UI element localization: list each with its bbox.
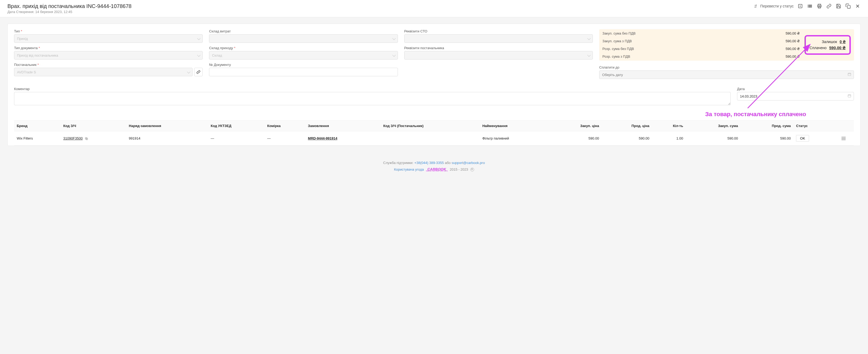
expense-wh-select [209, 34, 398, 43]
link-icon[interactable] [826, 3, 832, 9]
calendar-icon [847, 94, 851, 98]
cell-uktzed: — [208, 131, 265, 146]
balance-label: Залишок [822, 39, 837, 44]
income-wh-label: Склад приходу [209, 46, 398, 50]
calc-no-vat-label: Розр. сума без ПДВ [602, 47, 781, 51]
order-link[interactable]: MRD-9444-991914 [308, 136, 337, 140]
status-button[interactable]: OK [796, 135, 809, 142]
sto-req-label: Реквізити СТО [404, 29, 593, 33]
summary-column: Закуп. сума без ПДВ 590,00 ₴ Закуп. сума… [599, 29, 854, 82]
items-table: Бренд Код З/Ч Наряд-замовлення Код УКТЗЕ… [14, 120, 854, 146]
doc-no-input[interactable] [209, 68, 398, 76]
col-sell-price: Прод. ціна [601, 121, 652, 131]
col-sell-sum: Прод. сума [741, 121, 794, 131]
col-uktzed: Код УКТЗЕД [208, 121, 265, 131]
col-name: Найменування [480, 121, 549, 131]
cell-brand: Wix Filters [14, 131, 61, 146]
cell-order: 991914 [126, 131, 208, 146]
close-icon[interactable] [855, 3, 861, 9]
calc-vat-value: 590,00 ₴ [786, 55, 800, 58]
supplier-label: Постачальник [14, 63, 203, 67]
doc-no-label: № Документу [209, 63, 398, 67]
part-code-link[interactable]: 31090F3500 [63, 136, 83, 140]
supp-req-select [404, 51, 593, 60]
header-title-block: Врах. прихід від постачальника INC-9444-… [7, 3, 131, 14]
svg-rect-4 [847, 6, 850, 8]
col-qty: Кіл-ть [652, 121, 686, 131]
header-actions: Перевести у статус [753, 3, 861, 9]
main-card: Тип Тип документа Постачальник Склад вит… [7, 24, 861, 146]
barcode-icon[interactable] [807, 3, 813, 9]
income-wh-select [209, 51, 398, 60]
page-footer: Служба підтримки: +38(044) 389-3355 або … [0, 152, 868, 183]
buy-vat-label: Закуп. сума з ПДВ [602, 39, 781, 43]
cell-order2: MRD-9444-991914 [305, 131, 381, 146]
buy-vat-value: 590,00 ₴ [786, 39, 800, 43]
import-icon[interactable] [797, 3, 803, 9]
buy-no-vat-value: 590,00 ₴ [786, 31, 800, 35]
col-buy-sum: Закуп. сума [686, 121, 741, 131]
type-label: Тип [14, 29, 203, 33]
doc-type-label: Тип документа [14, 46, 203, 50]
footer-logo: CARBOOK cause we love the cars [426, 168, 447, 172]
change-status-button[interactable]: Перевести у статус [753, 4, 794, 8]
cell-supp-code [381, 131, 480, 146]
page-header: Врах. прихід від постачальника INC-9444-… [0, 0, 868, 17]
comment-field: Коментар [14, 87, 731, 106]
form-grid: Тип Тип документа Постачальник Склад вит… [14, 29, 854, 82]
support-phone[interactable]: +38(044) 389-3355 [414, 161, 444, 165]
calc-vat-label: Розр. сума з ПДВ [602, 55, 781, 58]
col-order: Наряд-замовлення [126, 121, 208, 131]
col-buy-price: Закуп. ціна [549, 121, 601, 131]
form-col-2: Склад витрат Склад приходу № Документу [209, 29, 398, 82]
cell-buy-sum: 590.00 [686, 131, 741, 146]
copy-icon[interactable] [845, 3, 851, 9]
copy-code-icon[interactable] [85, 137, 88, 140]
cell-sell-price: 590.00 [601, 131, 652, 146]
row-menu-icon[interactable] [836, 137, 851, 140]
date-input[interactable] [737, 92, 854, 100]
print-icon[interactable] [816, 3, 822, 9]
calendar-icon [847, 72, 851, 77]
cell-cell: — [265, 131, 305, 146]
change-status-label: Перевести у статус [760, 4, 794, 8]
col-cell: Комірка [265, 121, 305, 131]
pay-until-label: Сплатити до [599, 65, 854, 69]
items-table-area: Бренд Код З/Ч Наряд-замовлення Код УКТЗЕ… [14, 120, 854, 146]
supplier-link-button[interactable] [194, 68, 203, 76]
cell-code: 31090F3500 [61, 131, 126, 146]
footer-or: або [445, 161, 452, 165]
created-date: Дата Створення: 14 березня 2023, 12:45 [7, 10, 131, 14]
support-email[interactable]: support@carbook.pro [452, 161, 485, 165]
logo-subtitle: cause we love the cars [426, 170, 447, 172]
paid-value: 590,00 ₴ [829, 46, 846, 50]
pay-until-input [599, 70, 854, 79]
col-order2: Замовлення [305, 121, 381, 131]
save-icon[interactable] [836, 3, 841, 9]
user-agreement-link[interactable]: Користувача угода [394, 166, 424, 173]
form-col-3: Реквізити СТО Реквізити постачальника [404, 29, 593, 82]
support-label: Служба підтримки: [383, 161, 414, 165]
comment-textarea[interactable] [14, 92, 731, 105]
date-field: Дата [737, 87, 854, 106]
annotation-text: За товар, постачальнику сплачено [14, 111, 806, 118]
table-header-row: Бренд Код З/Ч Наряд-замовлення Код УКТЗЕ… [14, 121, 854, 131]
bottom-row: Коментар Дата [14, 87, 854, 109]
table-row: Wix Filters 31090F3500 991914 — — MRD-94… [14, 131, 854, 146]
footer-years: 2015 - 2023 [450, 166, 468, 173]
cell-sell-sum: 590.00 [741, 131, 794, 146]
svg-rect-6 [848, 95, 851, 97]
supp-req-label: Реквізити постачальника [404, 46, 593, 50]
form-col-1: Тип Тип документа Постачальник [14, 29, 203, 82]
svg-rect-5 [848, 73, 851, 76]
paid-label: Сплачено [810, 46, 827, 50]
comment-label: Коментар [14, 87, 731, 91]
sto-req-select [404, 34, 593, 43]
cell-qty: 1.00 [652, 131, 686, 146]
calc-no-vat-value: 590,00 ₴ [786, 47, 800, 51]
copyright-icon: R [470, 168, 474, 171]
summary-box: Закуп. сума без ПДВ 590,00 ₴ Закуп. сума… [599, 29, 854, 61]
balance-value: 0 ₴ [840, 39, 846, 44]
page-title: Врах. прихід від постачальника INC-9444-… [7, 3, 131, 9]
date-label: Дата [737, 87, 854, 91]
